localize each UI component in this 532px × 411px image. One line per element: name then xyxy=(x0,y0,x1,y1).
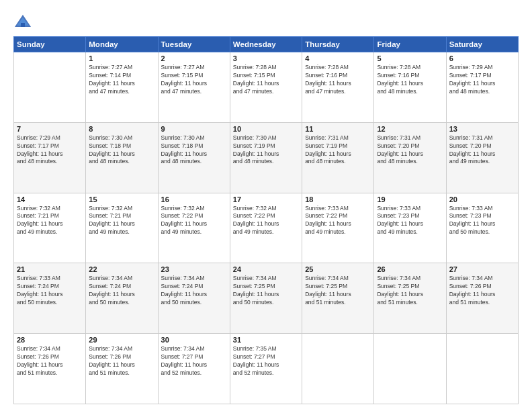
calendar-cell: 28Sunrise: 7:34 AM Sunset: 7:26 PM Dayli… xyxy=(14,334,86,404)
calendar-cell: 8Sunrise: 7:30 AM Sunset: 7:18 PM Daylig… xyxy=(86,122,158,193)
calendar-cell xyxy=(14,52,86,123)
cell-info: Sunrise: 7:33 AM Sunset: 7:23 PM Dayligh… xyxy=(449,205,515,237)
weekday-header-wednesday: Wednesday xyxy=(230,37,302,52)
calendar-cell: 12Sunrise: 7:31 AM Sunset: 7:20 PM Dayli… xyxy=(374,122,446,193)
cell-info: Sunrise: 7:33 AM Sunset: 7:23 PM Dayligh… xyxy=(377,205,443,237)
cell-info: Sunrise: 7:28 AM Sunset: 7:16 PM Dayligh… xyxy=(377,64,443,96)
cell-info: Sunrise: 7:32 AM Sunset: 7:22 PM Dayligh… xyxy=(233,205,299,237)
page: SundayMondayTuesdayWednesdayThursdayFrid… xyxy=(0,0,532,411)
weekday-header-saturday: Saturday xyxy=(446,37,518,52)
day-number: 19 xyxy=(377,195,443,203)
day-number: 7 xyxy=(17,125,83,133)
calendar-cell: 23Sunrise: 7:34 AM Sunset: 7:24 PM Dayli… xyxy=(158,263,230,334)
day-number: 23 xyxy=(161,265,227,273)
calendar-cell xyxy=(374,334,446,404)
calendar-cell: 19Sunrise: 7:33 AM Sunset: 7:23 PM Dayli… xyxy=(374,193,446,263)
calendar-cell: 30Sunrise: 7:34 AM Sunset: 7:27 PM Dayli… xyxy=(158,334,230,404)
day-number: 16 xyxy=(161,195,227,203)
weekday-header-sunday: Sunday xyxy=(14,37,86,52)
cell-info: Sunrise: 7:30 AM Sunset: 7:18 PM Dayligh… xyxy=(161,134,227,167)
logo-icon xyxy=(13,12,32,31)
day-number: 24 xyxy=(233,265,299,273)
calendar-cell: 3Sunrise: 7:28 AM Sunset: 7:15 PM Daylig… xyxy=(230,52,302,123)
day-number: 28 xyxy=(17,336,83,344)
cell-info: Sunrise: 7:34 AM Sunset: 7:25 PM Dayligh… xyxy=(377,275,443,307)
day-number: 9 xyxy=(161,125,227,133)
day-number: 30 xyxy=(161,336,227,344)
cell-info: Sunrise: 7:28 AM Sunset: 7:16 PM Dayligh… xyxy=(305,64,371,96)
calendar-week-row: 1Sunrise: 7:27 AM Sunset: 7:14 PM Daylig… xyxy=(14,52,519,123)
svg-rect-3 xyxy=(21,23,25,27)
calendar-cell: 17Sunrise: 7:32 AM Sunset: 7:22 PM Dayli… xyxy=(230,193,302,263)
day-number: 20 xyxy=(449,195,515,203)
cell-info: Sunrise: 7:34 AM Sunset: 7:24 PM Dayligh… xyxy=(161,275,227,307)
day-number: 6 xyxy=(449,54,515,62)
day-number: 21 xyxy=(17,265,83,273)
day-number: 12 xyxy=(377,125,443,133)
cell-info: Sunrise: 7:34 AM Sunset: 7:24 PM Dayligh… xyxy=(89,275,154,307)
calendar-table: SundayMondayTuesdayWednesdayThursdayFrid… xyxy=(13,36,519,404)
day-number: 29 xyxy=(89,336,154,344)
cell-info: Sunrise: 7:33 AM Sunset: 7:24 PM Dayligh… xyxy=(17,275,83,307)
cell-info: Sunrise: 7:31 AM Sunset: 7:19 PM Dayligh… xyxy=(305,134,371,167)
cell-info: Sunrise: 7:34 AM Sunset: 7:26 PM Dayligh… xyxy=(89,345,154,377)
calendar-header-row: SundayMondayTuesdayWednesdayThursdayFrid… xyxy=(14,37,519,52)
cell-info: Sunrise: 7:32 AM Sunset: 7:22 PM Dayligh… xyxy=(161,205,227,237)
day-number: 31 xyxy=(233,336,299,344)
calendar-cell: 5Sunrise: 7:28 AM Sunset: 7:16 PM Daylig… xyxy=(374,52,446,123)
cell-info: Sunrise: 7:34 AM Sunset: 7:26 PM Dayligh… xyxy=(449,275,515,307)
calendar-cell: 21Sunrise: 7:33 AM Sunset: 7:24 PM Dayli… xyxy=(14,263,86,334)
calendar-cell: 15Sunrise: 7:32 AM Sunset: 7:21 PM Dayli… xyxy=(86,193,158,263)
calendar-cell: 16Sunrise: 7:32 AM Sunset: 7:22 PM Dayli… xyxy=(158,193,230,263)
calendar-body: 1Sunrise: 7:27 AM Sunset: 7:14 PM Daylig… xyxy=(14,52,519,404)
weekday-header-monday: Monday xyxy=(86,37,158,52)
day-number: 27 xyxy=(449,265,515,273)
cell-info: Sunrise: 7:29 AM Sunset: 7:17 PM Dayligh… xyxy=(17,134,83,167)
cell-info: Sunrise: 7:27 AM Sunset: 7:14 PM Dayligh… xyxy=(89,64,154,96)
cell-info: Sunrise: 7:31 AM Sunset: 7:20 PM Dayligh… xyxy=(377,134,443,167)
day-number: 26 xyxy=(377,265,443,273)
cell-info: Sunrise: 7:34 AM Sunset: 7:25 PM Dayligh… xyxy=(233,275,299,307)
cell-info: Sunrise: 7:27 AM Sunset: 7:15 PM Dayligh… xyxy=(161,64,227,96)
day-number: 13 xyxy=(449,125,515,133)
calendar-week-row: 28Sunrise: 7:34 AM Sunset: 7:26 PM Dayli… xyxy=(14,334,519,404)
cell-info: Sunrise: 7:29 AM Sunset: 7:17 PM Dayligh… xyxy=(449,64,515,96)
calendar-cell: 27Sunrise: 7:34 AM Sunset: 7:26 PM Dayli… xyxy=(446,263,518,334)
day-number: 25 xyxy=(305,265,371,273)
cell-info: Sunrise: 7:34 AM Sunset: 7:25 PM Dayligh… xyxy=(305,275,371,307)
day-number: 2 xyxy=(161,54,227,62)
weekday-header-friday: Friday xyxy=(374,37,446,52)
day-number: 17 xyxy=(233,195,299,203)
calendar-cell: 4Sunrise: 7:28 AM Sunset: 7:16 PM Daylig… xyxy=(302,52,374,123)
day-number: 14 xyxy=(17,195,83,203)
calendar-cell xyxy=(446,334,518,404)
cell-info: Sunrise: 7:32 AM Sunset: 7:21 PM Dayligh… xyxy=(17,205,83,237)
calendar-week-row: 21Sunrise: 7:33 AM Sunset: 7:24 PM Dayli… xyxy=(14,263,519,334)
calendar-cell: 20Sunrise: 7:33 AM Sunset: 7:23 PM Dayli… xyxy=(446,193,518,263)
weekday-header-thursday: Thursday xyxy=(302,37,374,52)
cell-info: Sunrise: 7:30 AM Sunset: 7:19 PM Dayligh… xyxy=(233,134,299,167)
calendar-week-row: 7Sunrise: 7:29 AM Sunset: 7:17 PM Daylig… xyxy=(14,122,519,193)
calendar-cell: 2Sunrise: 7:27 AM Sunset: 7:15 PM Daylig… xyxy=(158,52,230,123)
cell-info: Sunrise: 7:31 AM Sunset: 7:20 PM Dayligh… xyxy=(449,134,515,167)
calendar-cell: 6Sunrise: 7:29 AM Sunset: 7:17 PM Daylig… xyxy=(446,52,518,123)
header xyxy=(13,12,519,31)
day-number: 11 xyxy=(305,125,371,133)
cell-info: Sunrise: 7:28 AM Sunset: 7:15 PM Dayligh… xyxy=(233,64,299,96)
calendar-cell: 14Sunrise: 7:32 AM Sunset: 7:21 PM Dayli… xyxy=(14,193,86,263)
day-number: 8 xyxy=(89,125,154,133)
calendar-cell: 13Sunrise: 7:31 AM Sunset: 7:20 PM Dayli… xyxy=(446,122,518,193)
day-number: 22 xyxy=(89,265,154,273)
calendar-cell: 1Sunrise: 7:27 AM Sunset: 7:14 PM Daylig… xyxy=(86,52,158,123)
calendar-cell: 7Sunrise: 7:29 AM Sunset: 7:17 PM Daylig… xyxy=(14,122,86,193)
calendar-cell: 29Sunrise: 7:34 AM Sunset: 7:26 PM Dayli… xyxy=(86,334,158,404)
day-number: 5 xyxy=(377,54,443,62)
day-number: 18 xyxy=(305,195,371,203)
calendar-cell: 10Sunrise: 7:30 AM Sunset: 7:19 PM Dayli… xyxy=(230,122,302,193)
calendar-cell xyxy=(302,334,374,404)
calendar-cell: 22Sunrise: 7:34 AM Sunset: 7:24 PM Dayli… xyxy=(86,263,158,334)
cell-info: Sunrise: 7:32 AM Sunset: 7:21 PM Dayligh… xyxy=(89,205,154,237)
calendar-cell: 26Sunrise: 7:34 AM Sunset: 7:25 PM Dayli… xyxy=(374,263,446,334)
cell-info: Sunrise: 7:34 AM Sunset: 7:26 PM Dayligh… xyxy=(17,345,83,377)
cell-info: Sunrise: 7:34 AM Sunset: 7:27 PM Dayligh… xyxy=(161,345,227,377)
